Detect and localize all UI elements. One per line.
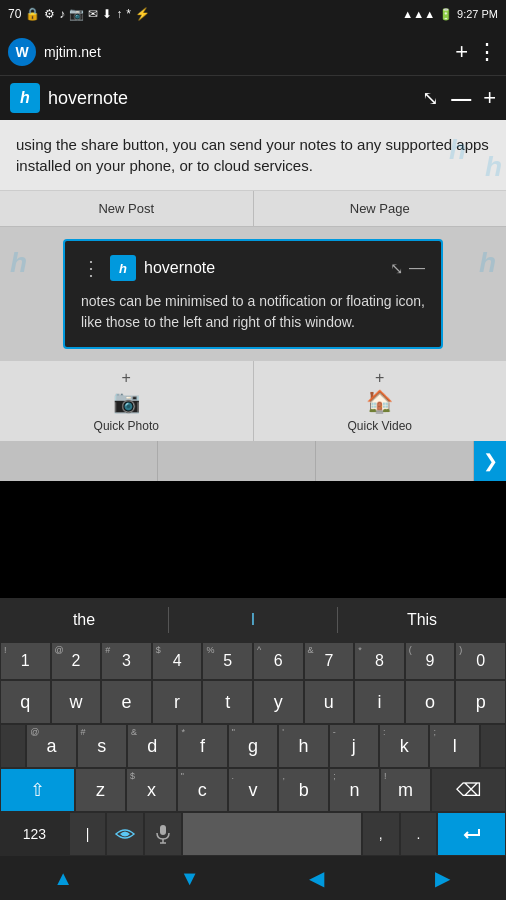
nav-forward-button[interactable]: ▶	[380, 856, 507, 900]
signal-icon: ▲▲▲	[402, 8, 435, 20]
swipe-section-2	[158, 441, 316, 481]
status-bar: 70 🔒 ⚙ ♪ 📷 ✉ ⬇ ↑ * ⚡ ▲▲▲ 🔋 9:27 PM	[0, 0, 506, 28]
key-6[interactable]: ^6	[253, 642, 304, 680]
nav-down-button[interactable]: ▼	[127, 856, 254, 900]
hovernote-app-title: hovernote	[48, 88, 128, 109]
hovernote-header: h hovernote ⤡ — +	[0, 76, 506, 120]
swift-key-icon[interactable]	[106, 812, 144, 856]
key-i[interactable]: i	[354, 680, 405, 724]
spacebar[interactable]	[182, 812, 362, 856]
key-q[interactable]: q	[0, 680, 51, 724]
watermark-right: h	[479, 247, 496, 279]
mic-key[interactable]	[144, 812, 182, 856]
bottom-nav-bar: ▲ ▼ ◀ ▶	[0, 856, 506, 900]
swipe-arrow-right[interactable]: ❯	[474, 441, 506, 481]
minus-icon[interactable]: —	[451, 87, 471, 110]
key-g[interactable]: "g	[228, 724, 278, 768]
key-c[interactable]: "c	[177, 768, 228, 812]
swipe-section-1	[0, 441, 158, 481]
shift-key[interactable]: ⇧	[0, 768, 75, 812]
status-icon-7: ↑	[116, 7, 122, 21]
key-y[interactable]: y	[253, 680, 304, 724]
key-u[interactable]: u	[304, 680, 355, 724]
add-tab-icon[interactable]: +	[455, 39, 468, 65]
backspace-key[interactable]: ⌫	[431, 768, 506, 812]
nav-back-button[interactable]: ◀	[253, 856, 380, 900]
tooltip-compress-icon[interactable]: ⤡	[390, 259, 403, 278]
compress-icon[interactable]: ⤡	[422, 86, 439, 110]
key-0[interactable]: )0	[455, 642, 506, 680]
plus-icon[interactable]: +	[483, 85, 496, 111]
key-d[interactable]: &d	[127, 724, 177, 768]
swipe-area: ❯	[0, 441, 506, 481]
key-m[interactable]: !m	[380, 768, 431, 812]
status-icon-2: ⚙	[44, 7, 55, 21]
quick-photo-button[interactable]: + 📷 Quick Photo	[0, 361, 254, 441]
title-bar: W mjtim.net + ⋮	[0, 28, 506, 76]
share-description: using the share button, you can send you…	[0, 120, 506, 191]
domain-name: mjtim.net	[44, 44, 447, 60]
key-spacer-right	[480, 724, 506, 768]
keyboard: the I This !1 @2 #3 $4 %5 ^6 &7 *8 (9 )0…	[0, 598, 506, 900]
tooltip-area: h h ⋮ h hovernote ⤡ — notes can be minim…	[0, 227, 506, 361]
key-5[interactable]: %5	[202, 642, 253, 680]
key-4[interactable]: $4	[152, 642, 203, 680]
tooltip-actions: ⤡ —	[390, 259, 425, 278]
suggestion-the[interactable]: the	[0, 607, 169, 633]
mic-svg	[156, 824, 170, 844]
suggestion-i[interactable]: I	[169, 607, 338, 633]
key-v[interactable]: .v	[228, 768, 279, 812]
key-k[interactable]: :k	[379, 724, 429, 768]
key-7[interactable]: &7	[304, 642, 355, 680]
key-8[interactable]: *8	[354, 642, 405, 680]
status-number: 70	[8, 7, 21, 21]
key-b[interactable]: ,b	[278, 768, 329, 812]
key-j[interactable]: -j	[329, 724, 379, 768]
key-w[interactable]: w	[51, 680, 102, 724]
key-a[interactable]: @a	[26, 724, 76, 768]
tooltip-minus-icon[interactable]: —	[409, 259, 425, 278]
key-2[interactable]: @2	[51, 642, 102, 680]
key-3[interactable]: #3	[101, 642, 152, 680]
tooltip-menu-dots[interactable]: ⋮	[81, 256, 102, 280]
key-9[interactable]: (9	[405, 642, 456, 680]
key-f[interactable]: *f	[177, 724, 227, 768]
key-o[interactable]: o	[405, 680, 456, 724]
key-n[interactable]: ;n	[329, 768, 380, 812]
key-p[interactable]: p	[455, 680, 506, 724]
tooltip-icon-letter: h	[119, 261, 127, 276]
q-row: q w e r t y u i o p	[0, 680, 506, 724]
suggestion-this[interactable]: This	[338, 607, 506, 633]
new-page-button[interactable]: New Page	[254, 191, 507, 226]
quick-video-plus: +	[375, 369, 384, 387]
key-z[interactable]: z	[75, 768, 126, 812]
z-row: ⇧ z $x "c .v ,b ;n !m ⌫	[0, 768, 506, 812]
exclaim-key[interactable]: .	[400, 812, 438, 856]
key-r[interactable]: r	[152, 680, 203, 724]
numbers-key[interactable]: 123	[0, 812, 69, 856]
key-h[interactable]: 'h	[278, 724, 328, 768]
key-1[interactable]: !1	[0, 642, 51, 680]
quick-video-button[interactable]: + 🏠 Quick Video	[254, 361, 507, 441]
tooltip-app-icon: h	[110, 255, 136, 281]
title-bar-actions: + ⋮	[455, 39, 498, 65]
watermark-left: h	[10, 247, 27, 279]
site-logo[interactable]: W	[8, 38, 36, 66]
key-s[interactable]: #s	[77, 724, 127, 768]
enter-key[interactable]	[437, 812, 506, 856]
key-x[interactable]: $x	[126, 768, 177, 812]
quick-photo-label: Quick Photo	[94, 419, 159, 433]
quick-photo-icon: 📷	[113, 389, 140, 415]
number-row: !1 @2 #3 $4 %5 ^6 &7 *8 (9 )0	[0, 642, 506, 680]
key-l[interactable]: ;l	[429, 724, 479, 768]
header-action-icons: ⤡ — +	[422, 85, 496, 111]
key-t[interactable]: t	[202, 680, 253, 724]
overflow-menu-icon[interactable]: ⋮	[476, 39, 498, 65]
pipe-key[interactable]: |	[69, 812, 107, 856]
key-e[interactable]: e	[101, 680, 152, 724]
hovernote-icon-letter: h	[20, 89, 30, 107]
nav-up-button[interactable]: ▲	[0, 856, 127, 900]
new-post-button[interactable]: New Post	[0, 191, 254, 226]
period-key[interactable]: ,	[362, 812, 400, 856]
quick-photo-plus: +	[122, 369, 131, 387]
